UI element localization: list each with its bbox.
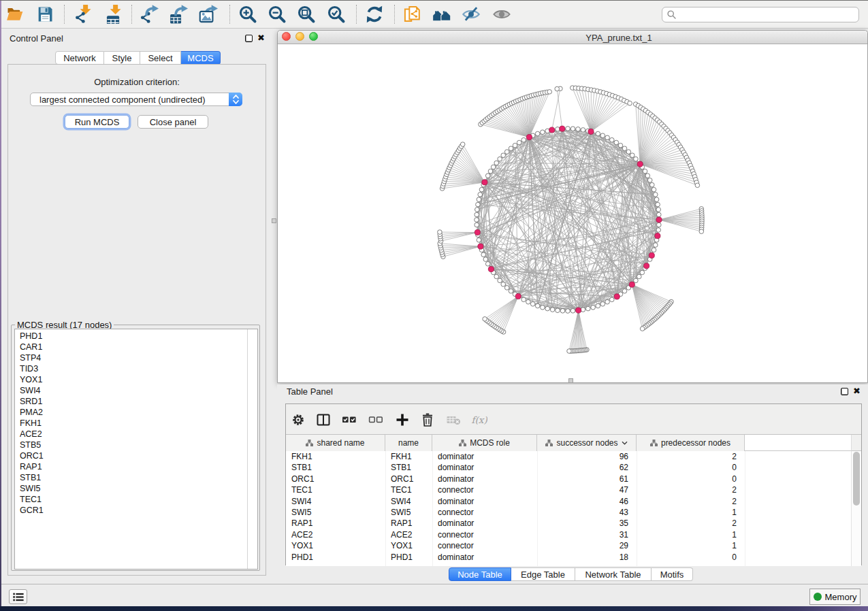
mcds-result-list[interactable]: PHD1CAR1STP4TID3YOX1SWI4SRD1PMA2FKH1ACE2… — [14, 329, 258, 569]
import-network-button[interactable] — [71, 3, 95, 25]
mcds-result-item[interactable]: GCR1 — [15, 505, 257, 516]
mcds-result-item[interactable]: SRD1 — [15, 396, 257, 407]
table-row[interactable]: PHD1PHD1dominator180 — [286, 552, 861, 563]
apply-preferred-layout-button[interactable] — [363, 3, 386, 25]
column-header-shared-name[interactable]: shared name — [286, 435, 385, 451]
horizontal-splitter-grip[interactable] — [568, 378, 573, 383]
mcds-result-item[interactable]: STB5 — [15, 440, 257, 450]
table-scrollbar[interactable] — [851, 451, 861, 566]
cell-mcds-role: connector — [438, 507, 534, 518]
table-row[interactable]: SWI4SWI4dominator462 — [286, 496, 861, 507]
run-mcds-button[interactable]: Run MCDS — [65, 115, 129, 129]
float-table-panel-icon[interactable] — [841, 388, 848, 395]
export-network-button[interactable] — [138, 3, 161, 25]
zoom-out-button[interactable] — [266, 3, 289, 25]
mcds-result-item[interactable]: TEC1 — [15, 494, 257, 505]
mcds-result-item[interactable]: SWI4 — [15, 385, 257, 396]
sort-chevron-icon — [622, 441, 628, 445]
export-table-button[interactable] — [167, 3, 190, 25]
mcds-result-item[interactable]: ORC1 — [15, 450, 257, 461]
search-input[interactable] — [677, 7, 858, 22]
close-window-icon[interactable] — [282, 32, 291, 41]
zoom-in-button[interactable] — [236, 3, 259, 25]
table-row[interactable]: ORC1ORC1dominator610 — [286, 474, 861, 484]
float-panel-icon[interactable] — [245, 35, 253, 42]
hide-selection-button[interactable] — [460, 3, 483, 25]
zoom-selected-button[interactable] — [325, 3, 348, 25]
show-panels-list-button[interactable] — [9, 589, 27, 604]
table-row[interactable]: SWI5SWI5connector431 — [286, 507, 861, 518]
vertical-splitter-grip[interactable] — [272, 218, 276, 223]
select-all-columns-button[interactable] — [339, 410, 359, 430]
cell-shared-name: SWI4 — [291, 496, 383, 507]
table-row[interactable]: RAP1RAP1dominator352 — [286, 518, 861, 529]
cell-predecessor-nodes: 2 — [641, 496, 737, 507]
deselect-all-columns-button[interactable] — [366, 410, 386, 430]
open-file-button[interactable] — [3, 3, 27, 25]
network-window-titlebar[interactable]: YPA_prune.txt_1 — [278, 31, 867, 44]
mcds-result-item[interactable]: YOX1 — [15, 374, 257, 385]
tab-network[interactable]: Network — [55, 51, 104, 65]
table-row[interactable]: FKH1FKH1dominator962 — [286, 451, 861, 462]
table-scrollbar-thumb[interactable] — [853, 452, 860, 506]
mcds-result-item[interactable]: FKH1 — [15, 418, 257, 429]
mcds-result-item[interactable]: STB1 — [15, 472, 257, 483]
table-tab-node-table[interactable]: Node Table — [449, 567, 511, 581]
cell-mcds-role: dominator — [438, 496, 534, 507]
table-row[interactable]: YOX1YOX1connector291 — [286, 540, 861, 551]
table-tab-network-table[interactable]: Network Table — [575, 567, 652, 581]
apply-function-button[interactable]: f(x) — [469, 410, 489, 430]
table-row[interactable]: ACE2ACE2connector311 — [286, 529, 861, 540]
cell-successor-nodes: 62 — [541, 462, 628, 473]
mcds-result-item[interactable]: TID3 — [15, 363, 257, 374]
memory-button[interactable]: Memory — [809, 589, 861, 605]
mcds-result-item[interactable]: PHD1 — [15, 331, 257, 342]
mcds-result-item[interactable]: PMA2 — [15, 407, 257, 418]
maximize-window-icon[interactable] — [309, 32, 318, 41]
minimize-window-icon[interactable] — [295, 32, 304, 41]
show-column-button[interactable] — [313, 410, 334, 430]
table-tab-motifs[interactable]: Motifs — [652, 567, 693, 581]
first-neighbors-button[interactable] — [430, 3, 453, 25]
criterion-dropdown[interactable]: largest connected component (undirected) — [30, 93, 242, 106]
tab-select[interactable]: Select — [140, 51, 181, 65]
column-header-successor-nodes[interactable]: successor nodes — [537, 435, 637, 451]
tab-style[interactable]: Style — [104, 51, 140, 65]
cell-shared-name: ACE2 — [291, 529, 383, 540]
search-icon — [666, 10, 677, 20]
new-network-from-selection-button[interactable] — [401, 3, 424, 25]
table-tab-edge-table[interactable]: Edge Table — [511, 567, 575, 581]
network-canvas[interactable] — [278, 44, 867, 382]
close-table-panel-icon[interactable]: ✖ — [853, 386, 861, 396]
add-column-button[interactable] — [392, 410, 413, 430]
tab-mcds[interactable]: MCDS — [181, 51, 221, 65]
show-all-button[interactable] — [490, 3, 513, 25]
list-scrollbar-track[interactable] — [247, 329, 248, 569]
search-field[interactable] — [662, 7, 859, 22]
status-bar: Memory — [0, 584, 868, 606]
export-image-button[interactable] — [197, 3, 220, 25]
table-options-gear-button[interactable] — [288, 410, 308, 430]
close-panel-button[interactable]: Close panel — [138, 115, 208, 129]
clear-table-button[interactable] — [443, 410, 464, 430]
zoom-fit-button[interactable] — [295, 3, 318, 25]
mcds-result-item[interactable]: CAR1 — [15, 342, 257, 352]
column-header-name[interactable]: name — [385, 435, 432, 451]
save-session-icon — [35, 5, 54, 24]
close-panel-icon[interactable]: ✖ — [257, 33, 265, 43]
apply-function-icon: f(x) — [471, 412, 487, 428]
column-header-MCDS-role[interactable]: MCDS role — [432, 435, 537, 451]
mcds-result-item[interactable]: STP4 — [15, 352, 257, 363]
table-row[interactable]: TEC1TEC1connector472 — [286, 484, 861, 495]
cell-successor-nodes: 29 — [541, 540, 628, 551]
mcds-result-item[interactable]: ACE2 — [15, 429, 257, 440]
delete-column-button[interactable] — [417, 410, 438, 430]
table-row[interactable]: STB1STB1dominator620 — [286, 462, 861, 473]
network-graph[interactable] — [278, 44, 867, 382]
import-table-button[interactable] — [101, 3, 125, 25]
export-network-icon — [140, 5, 159, 24]
mcds-result-item[interactable]: RAP1 — [15, 461, 257, 472]
column-header-predecessor-nodes[interactable]: predecessor nodes — [637, 435, 745, 451]
mcds-result-item[interactable]: SWI5 — [15, 483, 257, 494]
save-session-button[interactable] — [33, 3, 57, 25]
